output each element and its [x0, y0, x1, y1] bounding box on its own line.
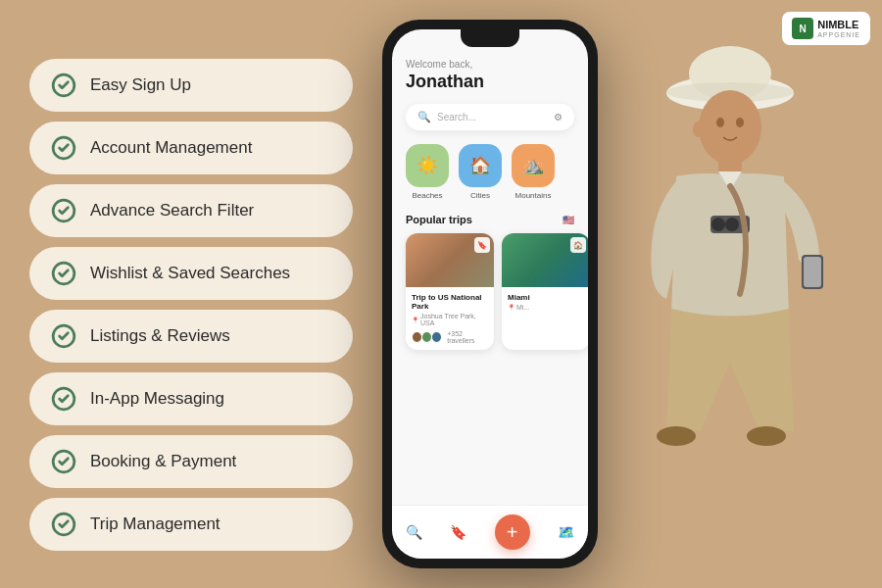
user-name: Jonathan — [406, 72, 574, 92]
beaches-label: Beaches — [412, 191, 442, 200]
feature-label: Easy Sign Up — [90, 75, 191, 95]
logo-badge: N NIMBLE APPGENIE — [782, 12, 870, 45]
location-dot-icon: 📍 — [508, 304, 514, 311]
trip-location-miami: 📍 Mi... — [508, 304, 584, 311]
trip-name-miami: Miami — [508, 293, 584, 302]
feature-item-messaging: In-App Messaging — [29, 372, 353, 425]
feature-item-easy-sign-up: Easy Sign Up — [29, 59, 353, 112]
bookmark-icon-miami[interactable]: 🏠 — [570, 237, 586, 253]
check-icon — [51, 323, 76, 349]
avatars-row: +352 travellers — [412, 330, 488, 344]
category-beaches[interactable]: ☀️ Beaches — [406, 144, 449, 200]
trips-row: 🔖 Trip to US National Park 📍 Joshua Tree… — [406, 233, 574, 350]
feature-label: Booking & Payment — [90, 452, 236, 471]
feature-label: Trip Management — [90, 514, 220, 534]
phone-bottom-nav: 🔍 🔖 + 🗺️ — [392, 505, 588, 559]
category-cities[interactable]: 🏠 Cities — [459, 144, 502, 200]
search-icon: 🔍 — [417, 111, 431, 123]
svg-point-4 — [699, 90, 761, 165]
svg-point-6 — [736, 118, 744, 127]
phone-mockup: Welcome back, Jonathan 🔍 Search... ⚙ ☀️ … — [382, 20, 598, 568]
location-dot-icon: 📍 — [412, 317, 418, 323]
check-icon — [51, 135, 76, 161]
flag-icon: 🇺🇸 — [563, 215, 574, 225]
feature-item-account-management: Account Management — [29, 122, 353, 174]
trip-image-desert: 🔖 — [406, 233, 494, 287]
phone-notch — [461, 29, 519, 47]
features-list: Easy Sign Up Account Management Advance … — [29, 59, 353, 551]
category-mountains[interactable]: ⛰️ Mountains — [512, 144, 555, 200]
person-figure — [578, 20, 853, 568]
trip-card-national-park[interactable]: 🔖 Trip to US National Park 📍 Joshua Tree… — [406, 233, 494, 350]
feature-item-booking: Booking & Payment — [29, 435, 353, 488]
trip-info-miami: Miami 📍 Mi... — [502, 287, 588, 320]
mountains-icon: ⛰️ — [512, 144, 555, 187]
logo-name: NIMBLE — [817, 19, 860, 30]
check-icon — [51, 386, 76, 412]
popular-trips-label: Popular trips — [406, 214, 472, 225]
filter-icon: ⚙ — [554, 112, 563, 122]
check-icon — [51, 261, 76, 286]
fab-button[interactable]: + — [495, 514, 530, 550]
mountains-label: Mountains — [515, 191, 552, 200]
trip-image-miami: 🏠 — [502, 233, 588, 287]
logo-icon: N — [792, 18, 813, 39]
bookmark-icon[interactable]: 🔖 — [474, 237, 490, 253]
svg-point-12 — [711, 218, 725, 231]
avatar-3 — [431, 331, 442, 343]
feature-label: Advance Search Filter — [90, 201, 254, 220]
trip-location-text-miami: Mi... — [516, 304, 529, 311]
check-icon — [51, 198, 76, 223]
welcome-text: Welcome back, — [406, 59, 574, 70]
feature-label: In-App Messaging — [90, 389, 224, 409]
check-icon — [51, 73, 76, 98]
phone-outer: Welcome back, Jonathan 🔍 Search... ⚙ ☀️ … — [382, 20, 598, 568]
beaches-icon: ☀️ — [406, 144, 449, 187]
svg-rect-10 — [804, 257, 821, 287]
search-bar[interactable]: 🔍 Search... ⚙ — [406, 104, 574, 130]
trip-location: 📍 Joshua Tree Park, USA — [412, 313, 488, 326]
search-placeholder: Search... — [437, 112, 548, 122]
feature-label: Wishlist & Saved Searches — [90, 264, 290, 283]
trip-card-miami[interactable]: 🏠 Miami 📍 Mi... — [502, 233, 588, 350]
feature-item-wishlist: Wishlist & Saved Searches — [29, 247, 353, 300]
svg-point-5 — [716, 118, 724, 127]
logo-sub: APPGENIE — [817, 31, 860, 38]
svg-point-13 — [725, 218, 739, 231]
nav-search-icon[interactable]: 🔍 — [406, 524, 422, 540]
trip-location-text: Joshua Tree Park, USA — [420, 313, 488, 326]
check-icon — [51, 512, 76, 537]
screen-content: Welcome back, Jonathan 🔍 Search... ⚙ ☀️ … — [392, 29, 588, 559]
svg-point-14 — [657, 426, 696, 446]
category-row: ☀️ Beaches 🏠 Cities ⛰️ Mountains — [406, 144, 574, 200]
feature-label: Listings & Reviews — [90, 326, 230, 346]
nav-bookmark-icon[interactable]: 🔖 — [450, 524, 466, 540]
cities-icon: 🏠 — [459, 144, 502, 187]
feature-item-trip-management: Trip Management — [29, 498, 353, 551]
trip-info: Trip to US National Park 📍 Joshua Tree P… — [406, 287, 494, 350]
feature-label: Account Management — [90, 138, 252, 158]
svg-point-15 — [747, 426, 786, 446]
nav-map-icon[interactable]: 🗺️ — [558, 524, 574, 540]
svg-point-7 — [693, 122, 705, 137]
trip-name: Trip to US National Park — [412, 293, 488, 311]
phone-screen: Welcome back, Jonathan 🔍 Search... ⚙ ☀️ … — [392, 29, 588, 559]
cities-label: Cities — [470, 191, 490, 200]
check-icon — [51, 449, 76, 474]
feature-item-listings: Listings & Reviews — [29, 310, 353, 363]
section-header: Popular trips 🇺🇸 — [406, 214, 574, 225]
travellers-count: +352 travellers — [447, 330, 488, 344]
feature-item-advance-search-filter: Advance Search Filter — [29, 184, 353, 237]
